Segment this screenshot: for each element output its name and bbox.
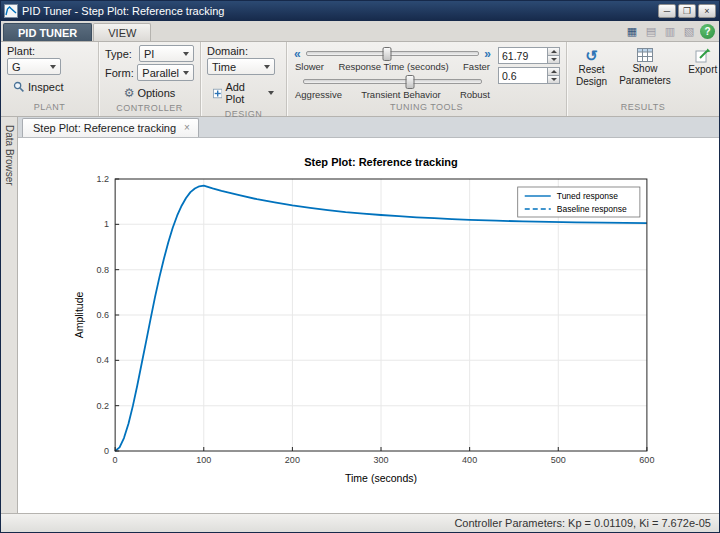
response-time-input[interactable]: 61.79 [498, 47, 560, 64]
export-label: Export [688, 64, 717, 76]
svg-text:500: 500 [551, 455, 566, 465]
dock-icon[interactable]: ▧ [681, 24, 697, 39]
transient-behavior-slider[interactable] [303, 79, 482, 84]
svg-text:Step Plot: Reference tracking: Step Plot: Reference tracking [304, 156, 458, 168]
chevron-down-icon [551, 78, 557, 81]
transient-behavior-value[interactable]: 0.6 [498, 67, 547, 84]
ribbon-group-tuning-tools: « » Slower Response Time (seconds) Faste… [287, 42, 567, 116]
print-icon[interactable]: ▤ [643, 24, 659, 39]
step-plot[interactable]: 010020030040050060000.20.40.60.811.2Step… [18, 138, 719, 513]
title-bar: PID Tuner - Step Plot: Reference trackin… [1, 1, 719, 21]
chevron-up-icon [551, 70, 557, 73]
reset-design-button[interactable]: ↺ Reset Design [571, 45, 612, 101]
add-plot-label: Add Plot [225, 81, 261, 105]
form-dropdown-value: Parallel [142, 67, 179, 79]
show-parameters-button[interactable]: Show Parameters [614, 45, 676, 101]
status-bar: Controller Parameters: Kp = 0.01109, Ki … [1, 513, 719, 532]
transient-behavior-input[interactable]: 0.6 [498, 67, 560, 84]
reset-design-label: Reset Design [576, 64, 607, 87]
spinner-up-button[interactable] [547, 67, 560, 76]
spinner-down-button[interactable] [547, 56, 560, 64]
options-button[interactable]: ⚙ Options [105, 84, 194, 102]
data-browser-label: Data Browser [4, 125, 15, 513]
response-time-step-left-button[interactable]: « [293, 48, 302, 60]
domain-label: Domain: [207, 45, 280, 57]
response-time-slider[interactable] [306, 51, 480, 56]
ribbon: Plant: G Inspect PLANT Type: [1, 42, 719, 117]
response-time-value[interactable]: 61.79 [498, 47, 547, 64]
transient-behavior-slider-handle[interactable] [406, 75, 415, 89]
window-title: PID Tuner - Step Plot: Reference trackin… [22, 5, 656, 17]
svg-text:0: 0 [104, 446, 109, 456]
svg-text:0.4: 0.4 [97, 355, 110, 365]
document-tab[interactable]: Step Plot: Reference tracking × [22, 118, 199, 137]
data-browser-tab[interactable]: Data Browser [1, 117, 18, 513]
aggressive-label: Aggressive [295, 89, 342, 101]
options-label: Options [137, 87, 175, 99]
close-icon[interactable]: × [184, 123, 190, 133]
close-button[interactable]: × [698, 4, 716, 18]
response-time-slider-handle[interactable] [383, 47, 392, 61]
plant-label: Plant: [7, 45, 92, 57]
chevron-down-icon [551, 58, 557, 61]
tab-pid-tuner[interactable]: PID TUNER [3, 23, 92, 41]
svg-text:200: 200 [285, 455, 300, 465]
minimize-button[interactable]: ─ [658, 4, 676, 18]
inspect-button[interactable]: Inspect [7, 78, 92, 96]
tab-view[interactable]: VIEW [93, 23, 151, 41]
type-label: Type: [105, 48, 139, 60]
domain-dropdown-value: Time [212, 61, 236, 73]
chevron-down-icon [264, 65, 270, 69]
parameters-table-icon [637, 48, 653, 62]
figure-tools-icon[interactable]: ▦ [624, 24, 640, 39]
main-area: Data Browser Step Plot: Reference tracki… [1, 117, 719, 513]
section-label-plant: PLANT [1, 102, 98, 116]
document-area: Step Plot: Reference tracking × 01002003… [18, 117, 719, 513]
svg-text:400: 400 [462, 455, 477, 465]
section-label-tuning-tools: TUNING TOOLS [287, 102, 566, 116]
slower-label: Slower [295, 61, 324, 73]
inspect-label: Inspect [28, 81, 63, 93]
svg-text:0: 0 [113, 455, 118, 465]
type-dropdown[interactable]: PI [139, 45, 194, 62]
svg-text:0.6: 0.6 [97, 310, 110, 320]
plant-dropdown-value: G [12, 61, 21, 73]
show-parameters-label: Show Parameters [619, 63, 671, 86]
spinner-up-button[interactable] [547, 47, 560, 56]
document-tab-label: Step Plot: Reference tracking [33, 122, 176, 134]
robust-label: Robust [460, 89, 490, 101]
section-label-controller: CONTROLLER [99, 103, 200, 116]
faster-label: Faster [463, 61, 490, 73]
magnifier-icon [13, 81, 25, 93]
svg-text:Amplitude: Amplitude [73, 292, 85, 339]
ribbon-group-design: Domain: Time Add Plot DESIGN [201, 42, 287, 116]
add-plot-button[interactable]: Add Plot [207, 78, 280, 108]
pid-tuner-window: PID Tuner - Step Plot: Reference trackin… [0, 0, 720, 533]
ribbon-group-results: ↺ Reset Design Show Parameters [567, 42, 719, 116]
plant-dropdown[interactable]: G [7, 58, 61, 75]
maximize-button[interactable]: ❐ [678, 4, 696, 18]
svg-text:1.2: 1.2 [97, 174, 110, 184]
tuning-sliders: « » Slower Response Time (seconds) Faste… [293, 46, 492, 101]
domain-dropdown[interactable]: Time [207, 58, 275, 75]
spinner-down-button[interactable] [547, 76, 560, 84]
svg-text:0.8: 0.8 [97, 265, 110, 275]
form-dropdown[interactable]: Parallel [137, 64, 194, 81]
ribbon-group-plant: Plant: G Inspect PLANT [1, 42, 99, 116]
plot-panel: 010020030040050060000.20.40.60.811.2Step… [18, 138, 719, 513]
layout-icon[interactable]: ▥ [662, 24, 678, 39]
ribbon-tab-row: PID TUNER VIEW ▦ ▤ ▥ ▧ ? [1, 21, 719, 42]
chevron-down-icon [50, 65, 56, 69]
controller-parameters-text: Controller Parameters: Kp = 0.01109, Ki … [454, 517, 711, 529]
help-icon[interactable]: ? [700, 24, 715, 39]
response-time-step-right-button[interactable]: » [483, 48, 492, 60]
svg-text:300: 300 [373, 455, 388, 465]
ribbon-group-controller: Type: PI Form: Parallel ⚙ Options [99, 42, 201, 116]
quick-access-toolbar: ▦ ▤ ▥ ▧ ? [624, 24, 715, 41]
response-time-label: Response Time (seconds) [338, 61, 448, 73]
type-dropdown-value: PI [144, 48, 154, 60]
svg-text:Time (seconds): Time (seconds) [345, 472, 417, 484]
svg-text:Baseline response: Baseline response [557, 204, 627, 214]
export-button[interactable]: Export [684, 45, 720, 101]
svg-text:100: 100 [196, 455, 211, 465]
